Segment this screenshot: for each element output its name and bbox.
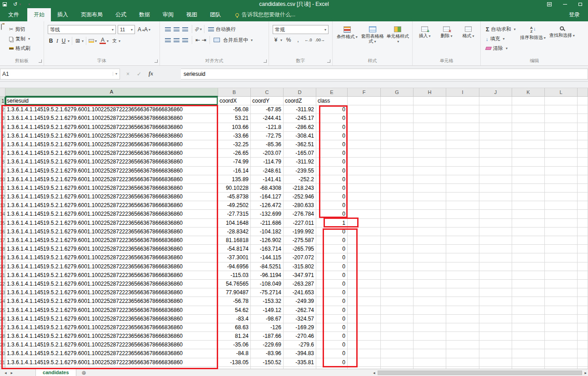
cell-I22[interactable] <box>446 280 479 288</box>
cell-B26[interactable]: -83.4 <box>218 315 251 323</box>
cell-F27[interactable] <box>348 323 381 332</box>
cell-F6[interactable] <box>348 140 381 149</box>
cell-C30[interactable]: -83.96 <box>251 349 284 358</box>
cell-D13[interactable]: -280.633 <box>284 201 316 210</box>
cell-L20[interactable] <box>545 262 578 271</box>
cell-A31[interactable]: 1.3.6.1.4.1.14519.5.2.1.6279.6001.100225… <box>5 358 218 367</box>
cell-C20[interactable]: -84.5251 <box>251 262 284 271</box>
cell-B22[interactable]: 54.76565 <box>218 280 251 288</box>
cell-F14[interactable] <box>348 210 381 218</box>
cell-F7[interactable] <box>348 149 381 158</box>
cell-H30[interactable] <box>414 349 446 358</box>
cell-C16[interactable]: -104.182 <box>251 228 284 236</box>
align-left-icon[interactable] <box>165 38 171 42</box>
cell-x5[interactable] <box>578 132 588 140</box>
cell-G11[interactable] <box>381 184 414 193</box>
row-header-22[interactable]: 22 <box>0 280 5 288</box>
cell-x1[interactable] <box>578 97 588 105</box>
cell-G29[interactable] <box>381 341 414 349</box>
cell-I13[interactable] <box>446 201 479 210</box>
cell-K30[interactable] <box>512 349 545 358</box>
cell-I20[interactable] <box>446 262 479 271</box>
cell-G17[interactable] <box>381 236 414 245</box>
row-header-18[interactable]: 18 <box>0 245 5 253</box>
cell-E3[interactable]: 0 <box>316 114 348 123</box>
cell-K5[interactable] <box>512 132 545 140</box>
cell-K6[interactable] <box>512 140 545 149</box>
cell-F22[interactable] <box>348 280 381 288</box>
shrink-font-button[interactable]: A▾ <box>144 26 150 33</box>
cell-H2[interactable] <box>414 105 446 114</box>
cell-J6[interactable] <box>479 140 512 149</box>
cell-F20[interactable] <box>348 262 381 271</box>
cell-D26[interactable]: -324.57 <box>284 315 316 323</box>
cell-J25[interactable] <box>479 306 512 315</box>
cell-A15[interactable]: 1.3.6.1.4.1.14519.5.2.1.6279.6001.100225… <box>5 219 218 228</box>
cell-B11[interactable]: 90.10228 <box>218 184 251 193</box>
align-right-icon[interactable] <box>182 38 188 42</box>
cell-D31[interactable]: -335.81 <box>284 358 316 367</box>
cell-C26[interactable]: -98.67 <box>251 315 284 323</box>
column-header-I[interactable]: I <box>446 88 479 97</box>
cell-H14[interactable] <box>414 210 446 218</box>
cell-J3[interactable] <box>479 114 512 123</box>
cell-C24[interactable]: -153.32 <box>251 297 284 306</box>
cell-H9[interactable] <box>414 167 446 175</box>
cell-B14[interactable]: -27.7315 <box>218 210 251 218</box>
cell-G14[interactable] <box>381 210 414 218</box>
row-header-9[interactable]: 9 <box>0 167 5 175</box>
cell-E5[interactable]: 0 <box>316 132 348 140</box>
cancel-icon[interactable]: × <box>126 71 130 77</box>
cell-H4[interactable] <box>414 123 446 132</box>
cell-A20[interactable]: 1.3.6.1.4.1.14519.5.2.1.6279.6001.100225… <box>5 262 218 271</box>
row-header-29[interactable]: 29 <box>0 341 5 349</box>
cell-E9[interactable]: 0 <box>316 167 348 175</box>
cell-F5[interactable] <box>348 132 381 140</box>
cell-C28[interactable]: -187.66 <box>251 332 284 341</box>
cell-D11[interactable]: -218.243 <box>284 184 316 193</box>
cell-A22[interactable]: 1.3.6.1.4.1.14519.5.2.1.6279.6001.100225… <box>5 280 218 288</box>
cell-C22[interactable]: -108.049 <box>251 280 284 288</box>
row-header-16[interactable]: 16 <box>0 228 5 236</box>
cell-H28[interactable] <box>414 332 446 341</box>
cell-L29[interactable] <box>545 341 578 349</box>
cell-G19[interactable] <box>381 253 414 262</box>
column-header-C[interactable]: C <box>251 88 284 97</box>
cell-K19[interactable] <box>512 253 545 262</box>
cell-E10[interactable]: 0 <box>316 175 348 184</box>
row-header-12[interactable]: 12 <box>0 193 5 201</box>
cell-K22[interactable] <box>512 280 545 288</box>
cell-x14[interactable] <box>578 210 588 218</box>
cell-I18[interactable] <box>446 245 479 253</box>
cell-L16[interactable] <box>545 228 578 236</box>
cell-I19[interactable] <box>446 253 479 262</box>
cell-L1[interactable] <box>545 97 578 105</box>
cell-E21[interactable]: 0 <box>316 271 348 280</box>
align-top-icon[interactable] <box>165 27 171 31</box>
cell-E30[interactable]: 0 <box>316 349 348 358</box>
tab-视图[interactable]: 视图 <box>180 8 204 21</box>
cell-D9[interactable]: -239.55 <box>284 167 316 175</box>
cell-A12[interactable]: 1.3.6.1.4.1.14519.5.2.1.6279.6001.100225… <box>5 193 218 201</box>
cell-K9[interactable] <box>512 167 545 175</box>
cell-E13[interactable]: 0 <box>316 201 348 210</box>
row-header-27[interactable]: 27 <box>0 323 5 332</box>
cell-E2[interactable]: 0 <box>316 105 348 114</box>
cell-E23[interactable]: 0 <box>316 288 348 297</box>
row-header-30[interactable]: 30 <box>0 349 5 358</box>
sheet-nav-right-icon[interactable]: ▸ <box>11 371 13 375</box>
cell-x31[interactable] <box>578 358 588 367</box>
cell-G12[interactable] <box>381 193 414 201</box>
cell-J10[interactable] <box>479 175 512 184</box>
cell-E1[interactable]: class <box>316 97 348 105</box>
cell-K1[interactable] <box>512 97 545 105</box>
decrease-decimal-button[interactable]: .00→ <box>315 38 325 42</box>
cell-K25[interactable] <box>512 306 545 315</box>
cell-B3[interactable]: 53.21 <box>218 114 251 123</box>
cell-H6[interactable] <box>414 140 446 149</box>
cell-A17[interactable]: 1.3.6.1.4.1.14519.5.2.1.6279.6001.100225… <box>5 236 218 245</box>
row-header-31[interactable]: 31 <box>0 358 5 367</box>
cell-I28[interactable] <box>446 332 479 341</box>
cell-G18[interactable] <box>381 245 414 253</box>
cell-J11[interactable] <box>479 184 512 193</box>
